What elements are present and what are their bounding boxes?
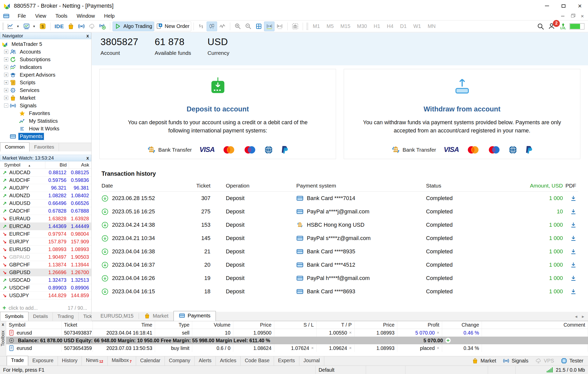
scroll-left-icon[interactable]: ◄ (574, 314, 578, 319)
deposit-link[interactable]: Deposit to account (100, 105, 336, 113)
sidebar-item-signals[interactable]: -Signals (0, 102, 91, 109)
sidebar-item-my-statistics[interactable]: My Statistics (0, 117, 91, 125)
screenshot-button[interactable] (290, 22, 300, 31)
close-x-icon[interactable]: × (349, 330, 352, 335)
add-signal-button[interactable] (97, 22, 108, 31)
sidebar-item-services[interactable]: +Services (0, 86, 91, 94)
bar-chart-button[interactable] (196, 22, 207, 31)
scroll-right-icon[interactable]: ► (581, 314, 585, 319)
pdf-download-icon[interactable] (570, 262, 577, 268)
timeframe-m5[interactable]: M5 (323, 23, 337, 29)
tree-expander[interactable]: + (4, 88, 8, 92)
tree-expander[interactable]: + (4, 80, 8, 85)
sidebar-item-subscriptions[interactable]: +Subscriptions (0, 56, 91, 63)
timeframe-m15[interactable]: M15 (337, 23, 354, 29)
sidebar-item-payments[interactable]: Payments (0, 132, 91, 140)
toolbox-tab-mailbox[interactable]: Mailbox7 (108, 356, 136, 366)
tile-windows-button[interactable] (254, 22, 264, 31)
navigator-tab-favorites[interactable]: Favorites (29, 143, 59, 151)
market-watch-row[interactable]: ↘GBPUSD1.266961.26700 (0, 269, 91, 276)
close-x-icon[interactable]: × (349, 346, 352, 351)
shortcut-market[interactable]: Market (472, 358, 496, 364)
document-tab-payments[interactable]: Payments (174, 311, 216, 321)
document-tab-eurusd-m15[interactable]: EURUSD,M15 (95, 312, 139, 321)
market-watch-row[interactable]: ↗AUDNZD1.082821.08402 (0, 192, 91, 200)
timeframe-m1[interactable]: M1 (309, 23, 323, 29)
chart-profile-button[interactable]: ▼ (5, 22, 21, 31)
pdf-download-icon[interactable] (570, 208, 577, 215)
candlestick-chart-button[interactable] (207, 22, 217, 31)
notifications-button[interactable]: 2 (548, 22, 557, 31)
market-watch-row[interactable]: ↘EURJPY157.879157.909 (0, 238, 91, 246)
market-button[interactable] (66, 22, 76, 31)
tree-expander[interactable]: - (4, 103, 8, 108)
toolbox-tab-exposure[interactable]: Exposure (28, 356, 58, 366)
child-minimize-button[interactable] (561, 16, 564, 16)
market-watch-row[interactable]: ↗AUDJPY96.32196.381 (0, 184, 91, 192)
tree-expander[interactable]: + (4, 50, 8, 54)
shortcut-vps[interactable]: VPS (535, 358, 554, 364)
market-watch-row[interactable]: ↗EURCAD1.443691.44449 (0, 223, 91, 230)
minimize-button[interactable] (539, 0, 555, 12)
market-watch-tab-symbols[interactable]: Symbols (0, 312, 28, 321)
sidebar-item-accounts[interactable]: +Accounts (0, 48, 91, 56)
menu-view[interactable]: View (31, 13, 51, 19)
shortcut-tester[interactable]: Tester (561, 358, 583, 364)
market-watch-row[interactable]: ↘EURCHF0.979740.98004 (0, 230, 91, 238)
document-tab-market[interactable]: Market (139, 311, 174, 321)
sidebar-item-favorites[interactable]: Favorites (0, 109, 91, 117)
market-watch-row[interactable]: ↗AUDCAD0.881120.88125 (0, 169, 91, 176)
withdraw-link[interactable]: Withdraw from account (344, 105, 580, 113)
new-chart-button[interactable]: ▼ (21, 22, 37, 31)
child-restore-button[interactable] (571, 15, 574, 17)
toolbox-tab-calendar[interactable]: Calendar (136, 356, 165, 366)
toolbox-tab-journal[interactable]: Journal (299, 356, 324, 366)
menu-window[interactable]: Window (72, 13, 99, 19)
child-close-button[interactable]: × (581, 13, 584, 19)
close-x-icon[interactable]: × (311, 346, 314, 351)
pdf-download-icon[interactable] (570, 248, 577, 255)
maximize-button[interactable] (555, 0, 572, 12)
menu-tools[interactable]: Tools (51, 13, 72, 19)
menu-file[interactable]: File (13, 13, 31, 19)
toolbar-grip[interactable] (306, 23, 308, 30)
toolbox-tab-code-base[interactable]: Code Base (241, 356, 274, 366)
close-x-icon[interactable]: × (437, 346, 439, 351)
pdf-download-icon[interactable] (570, 288, 577, 295)
toolbox-close-icon[interactable]: x (2, 322, 4, 327)
market-watch-row[interactable]: ↗AUDUSD0.664960.66526 (0, 200, 91, 207)
close-x-icon[interactable]: × (437, 330, 439, 335)
market-watch-row[interactable]: ↘GBPCHF1.138741.13944 (0, 261, 91, 269)
market-watch-row[interactable]: ↗AUDCHF0.597560.59836 (0, 176, 91, 184)
sidebar-item-market[interactable]: +Market (0, 94, 91, 102)
toolbox-tab-experts[interactable]: Experts (274, 356, 299, 366)
circle-plus-icon[interactable] (9, 338, 14, 343)
market-watch-tab-details[interactable]: Details (28, 313, 53, 321)
metaeditor-button[interactable]: IDE (53, 22, 66, 31)
signals-button[interactable] (76, 22, 87, 31)
column-ask[interactable]: Ask (69, 161, 91, 169)
tree-expander[interactable]: + (4, 96, 8, 100)
sidebar-item-how-it-works[interactable]: How It Works (0, 125, 91, 132)
pdf-download-icon[interactable] (570, 235, 577, 242)
tree-expander[interactable]: + (4, 65, 8, 69)
search-icon[interactable] (537, 23, 544, 30)
timeframe-h1[interactable]: H1 (370, 23, 384, 29)
timeframe-h4[interactable]: H4 (383, 23, 397, 29)
pdf-download-icon[interactable] (570, 275, 577, 282)
toolbox-tab-articles[interactable]: Articles (216, 356, 241, 366)
market-watch-row[interactable]: ↘USDJPY144.829144.859 (0, 292, 91, 299)
add-symbol-row[interactable]: + click to add... 17 / 90... (0, 304, 91, 312)
chart-shift-button[interactable] (275, 22, 285, 31)
line-chart-button[interactable] (217, 22, 228, 31)
column-symbol[interactable]: Symbol▲ (0, 162, 45, 168)
market-watch-row[interactable]: ↘EURAUD1.638281.63928 (0, 215, 91, 223)
trade-row[interactable]: eurusd50736543592023.07.03 13:50:53buy l… (6, 344, 588, 352)
sidebar-item-indicators[interactable]: +Indicators (0, 63, 91, 71)
toolbox-tab-alerts[interactable]: Alerts (195, 356, 216, 366)
algo-trading-button[interactable]: Algo Trading (113, 22, 154, 31)
symbols-dialog-button[interactable]: $ (37, 22, 48, 31)
toolbox-tab-company[interactable]: Company (165, 356, 195, 366)
market-watch-row[interactable]: ↗USDCAD1.324731.32513 (0, 276, 91, 284)
auto-scroll-button[interactable] (264, 22, 275, 31)
